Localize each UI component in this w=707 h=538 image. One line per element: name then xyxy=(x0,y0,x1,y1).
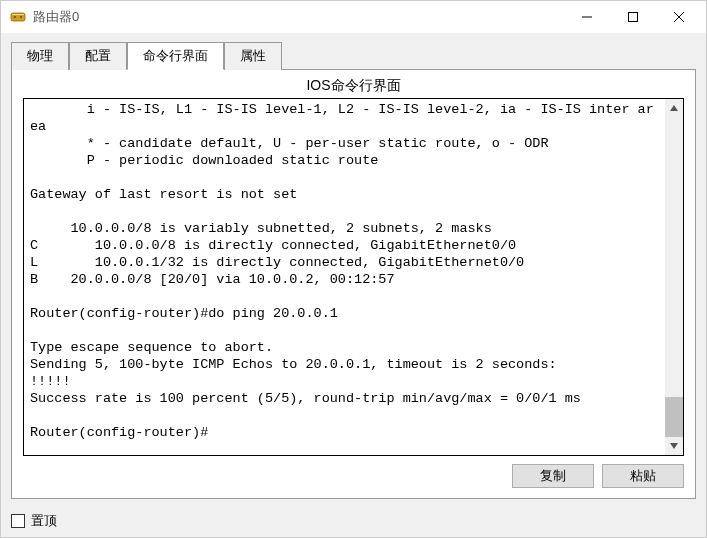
minimize-button[interactable] xyxy=(564,1,610,33)
tab-physical[interactable]: 物理 xyxy=(11,42,69,70)
scroll-down-button[interactable] xyxy=(665,437,683,455)
paste-button[interactable]: 粘贴 xyxy=(602,464,684,488)
scroll-thumb[interactable] xyxy=(665,397,683,437)
svg-marker-9 xyxy=(670,443,678,449)
window-title: 路由器0 xyxy=(33,8,564,26)
content-area: 物理 配置 命令行界面 属性 IOS命令行界面 i - IS-IS, L1 - … xyxy=(1,33,706,505)
maximize-button[interactable] xyxy=(610,1,656,33)
terminal-output[interactable]: i - IS-IS, L1 - IS-IS level-1, L2 - IS-I… xyxy=(24,99,665,455)
ontop-checkbox[interactable] xyxy=(11,514,25,528)
window-controls xyxy=(564,1,702,33)
svg-rect-5 xyxy=(629,13,638,22)
close-button[interactable] xyxy=(656,1,702,33)
tab-config[interactable]: 配置 xyxy=(69,42,127,70)
svg-rect-3 xyxy=(12,14,24,15)
app-window: 路由器0 物理 配置 命令行界面 属性 IOS命令行界面 i - IS-IS, … xyxy=(0,0,707,538)
cli-panel: IOS命令行界面 i - IS-IS, L1 - IS-IS level-1, … xyxy=(11,69,696,499)
app-icon xyxy=(9,8,27,26)
svg-point-1 xyxy=(14,16,16,18)
tab-cli[interactable]: 命令行界面 xyxy=(127,42,224,70)
tab-attributes[interactable]: 属性 xyxy=(224,42,282,70)
svg-marker-8 xyxy=(670,105,678,111)
footer: 置顶 xyxy=(1,505,706,537)
panel-title: IOS命令行界面 xyxy=(23,76,684,98)
tabs-bar: 物理 配置 命令行界面 属性 xyxy=(11,41,696,69)
ontop-label: 置顶 xyxy=(31,512,57,530)
button-row: 复制 粘贴 xyxy=(23,456,684,488)
terminal-container: i - IS-IS, L1 - IS-IS level-1, L2 - IS-I… xyxy=(23,98,684,456)
copy-button[interactable]: 复制 xyxy=(512,464,594,488)
svg-point-2 xyxy=(20,16,22,18)
scroll-up-button[interactable] xyxy=(665,99,683,117)
terminal-scrollbar[interactable] xyxy=(665,99,683,455)
titlebar: 路由器0 xyxy=(1,1,706,33)
